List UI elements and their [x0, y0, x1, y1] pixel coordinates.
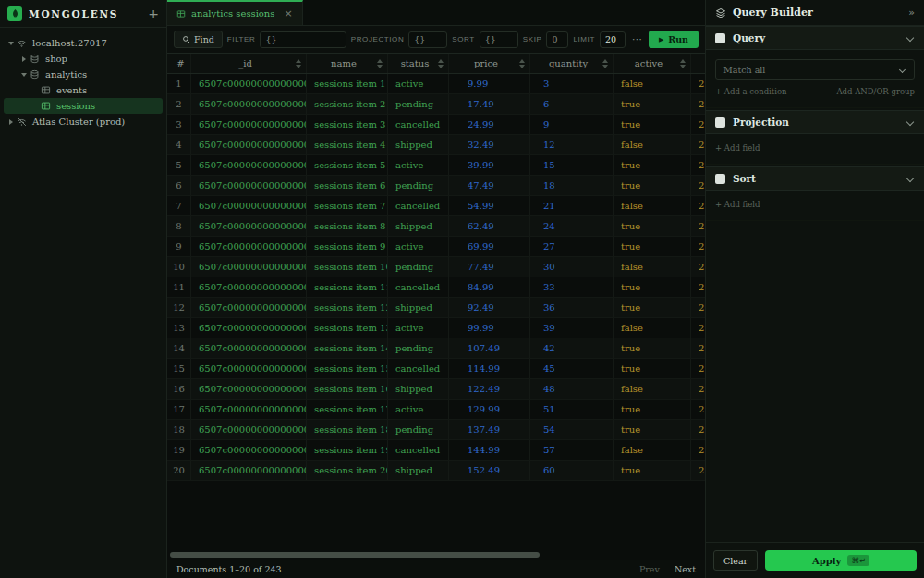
tree-item-events[interactable]: events — [0, 82, 166, 98]
column-header[interactable]: # — [167, 54, 191, 73]
cell: active — [388, 74, 449, 93]
find-button[interactable]: Find — [174, 31, 223, 48]
cell: 2 — [691, 216, 705, 236]
cell: 60 — [530, 461, 614, 480]
cell: 17 — [167, 400, 191, 419]
scrollbar-thumb[interactable] — [170, 552, 540, 558]
table-row[interactable]: 66507c0000000000000000005sessions item 6… — [167, 176, 705, 196]
table-row[interactable]: 46507c0000000000000000003sessions item 4… — [167, 135, 705, 155]
app-logo-icon — [7, 6, 22, 21]
cell: 15 — [167, 359, 191, 378]
apply-button[interactable]: Apply ⌘↵ — [765, 550, 917, 571]
tree-item-localhost-27017[interactable]: localhost:27017 — [0, 35, 166, 51]
status-bar: Documents 1–20 of 243 PrevNext — [167, 560, 705, 578]
search-icon — [182, 35, 190, 43]
caret-icon — [20, 55, 30, 63]
table-row[interactable]: 146507c000000000000000000dsessions item … — [167, 338, 705, 359]
table-row[interactable]: 96507c0000000000000000008sessions item 9… — [167, 237, 705, 257]
add-group-link[interactable]: Add AND/OR group — [836, 87, 915, 96]
cell: false — [614, 440, 691, 460]
cell: pending — [388, 420, 449, 439]
table-row[interactable]: 136507c000000000000000000csessions item … — [167, 318, 705, 338]
sort-add-field-link[interactable]: + Add field — [715, 200, 915, 209]
cell: sessions item 4 — [307, 135, 388, 154]
sort-icon — [680, 59, 686, 68]
match-select[interactable]: Match all — [715, 59, 915, 80]
cell: 6507c000000000000000000e — [191, 359, 307, 378]
tree-item-label: localhost:27017 — [32, 38, 107, 48]
column-header[interactable]: _id — [191, 54, 307, 73]
table-row[interactable]: 86507c0000000000000000007sessions item 8… — [167, 216, 705, 237]
cell: true — [614, 94, 691, 114]
table-row[interactable]: 126507c000000000000000000bsessions item … — [167, 298, 705, 318]
prev-button[interactable]: Prev — [639, 564, 660, 574]
table-row[interactable]: 26507c0000000000000000001sessions item 2… — [167, 94, 705, 115]
sidebar-header: MONGOLENS + — [0, 0, 166, 28]
section-projection-header[interactable]: Projection — [706, 110, 924, 134]
table-row[interactable]: 106507c0000000000000000009sessions item … — [167, 257, 705, 277]
keyboard-shortcut-badge: ⌘↵ — [847, 555, 869, 566]
cell: 11 — [167, 277, 191, 297]
projection-add-field-link[interactable]: + Add field — [715, 143, 915, 153]
table-row[interactable]: 56507c0000000000000000004sessions item 5… — [167, 155, 705, 176]
cell: 13 — [167, 318, 191, 338]
table-row[interactable]: 186507c0000000000000000011sessions item … — [167, 420, 705, 440]
table-row[interactable]: 156507c000000000000000000esessions item … — [167, 359, 705, 379]
tree-item-analytics[interactable]: analytics — [0, 67, 166, 82]
cell: sessions item 11 — [307, 277, 388, 297]
section-sort-header[interactable]: Sort — [706, 166, 924, 191]
cell: active — [388, 237, 449, 256]
table-row[interactable]: 176507c0000000000000000010sessions item … — [167, 400, 705, 420]
cell: sessions item 1 — [307, 74, 388, 93]
skip-input[interactable] — [546, 31, 568, 48]
cell: false — [614, 74, 691, 93]
tab-analytics-sessions[interactable]: analytics sessions × — [167, 0, 303, 25]
projection-checkbox[interactable] — [715, 117, 725, 128]
column-header[interactable]: price — [449, 54, 530, 73]
add-connection-button[interactable]: + — [148, 7, 159, 20]
column-header[interactable]: status — [388, 54, 449, 73]
main-area: analytics sessions × Find FILTER PROJECT… — [167, 0, 705, 578]
cell: sessions item 7 — [307, 196, 388, 215]
cell: 2 — [691, 298, 705, 317]
cell: sessions item 17 — [307, 400, 388, 419]
cell: shipped — [388, 216, 449, 236]
more-options-button[interactable]: ⋯ — [630, 33, 644, 45]
collapse-panel-icon[interactable]: » — [908, 6, 915, 18]
table-row[interactable]: 196507c0000000000000000012sessions item … — [167, 440, 705, 461]
sort-input[interactable] — [480, 31, 518, 48]
add-condition-link[interactable]: + Add a condition — [715, 87, 787, 96]
tree-item-shop[interactable]: shop — [0, 51, 166, 67]
run-button[interactable]: ▶ Run — [649, 31, 699, 48]
limit-input[interactable] — [600, 31, 626, 48]
sort-checkbox[interactable] — [715, 174, 725, 184]
section-query-header[interactable]: Query — [706, 26, 924, 50]
cell: true — [614, 216, 691, 236]
table-row[interactable]: 76507c0000000000000000006sessions item 7… — [167, 196, 705, 216]
cell: 39 — [530, 318, 614, 338]
table-row[interactable]: 16507c0000000000000000000sessions item 1… — [167, 74, 705, 94]
cell: 6507c0000000000000000001 — [191, 94, 307, 114]
projection-input[interactable] — [408, 31, 447, 48]
cell: 10 — [167, 257, 191, 277]
column-header[interactable]: quantity — [530, 54, 614, 73]
tree-item-sessions[interactable]: sessions — [4, 98, 163, 114]
table-row[interactable]: 116507c000000000000000000asessions item … — [167, 277, 705, 298]
table-header-row: #_idnamestatuspricequantityactive — [167, 54, 705, 74]
filter-input[interactable] — [260, 31, 346, 48]
column-header[interactable]: name — [307, 54, 388, 73]
cell: sessions item 5 — [307, 155, 388, 175]
table-row[interactable]: 166507c000000000000000000fsessions item … — [167, 379, 705, 400]
table-row[interactable]: 36507c0000000000000000002sessions item 3… — [167, 115, 705, 135]
clear-button[interactable]: Clear — [713, 550, 758, 571]
query-checkbox[interactable] — [715, 33, 725, 43]
cell: 12 — [167, 298, 191, 317]
column-header[interactable] — [691, 54, 705, 73]
tree-item-atlas-cluster-prod-[interactable]: Atlas Cluster (prod) — [0, 114, 166, 129]
column-header[interactable]: active — [614, 54, 691, 73]
tree-item-label: events — [56, 85, 87, 95]
next-button[interactable]: Next — [675, 564, 696, 574]
cell: 137.49 — [449, 420, 530, 439]
close-tab-icon[interactable]: × — [284, 7, 292, 19]
table-row[interactable]: 206507c0000000000000000013sessions item … — [167, 461, 705, 481]
